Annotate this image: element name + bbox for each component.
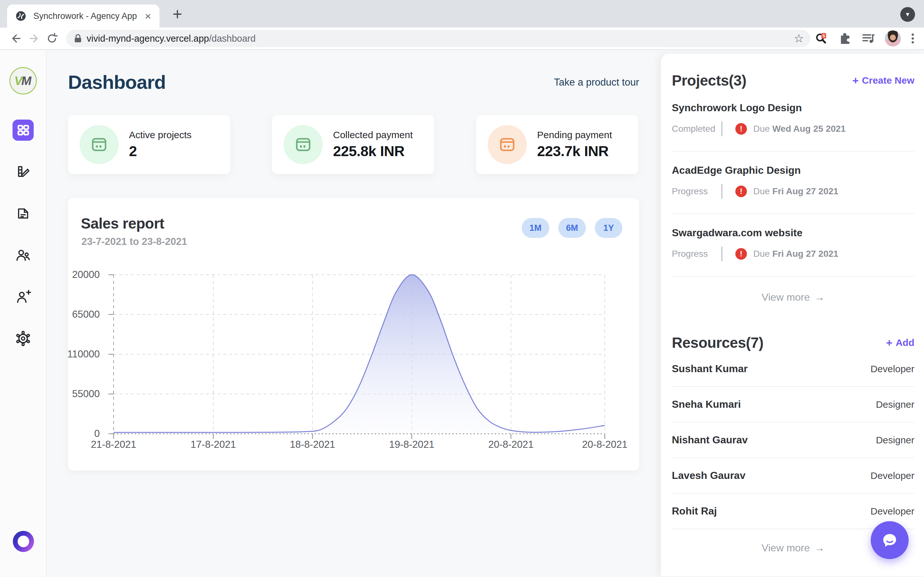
search-extension-icon[interactable]: 5 bbox=[815, 32, 829, 45]
partner-ring-logo bbox=[13, 531, 34, 552]
add-resource-button[interactable]: + Add bbox=[886, 337, 914, 349]
project-name: AcadEdge Graphic Design bbox=[672, 164, 914, 176]
resource-row[interactable]: Rohit Raj Developer bbox=[672, 494, 914, 529]
right-panel: Projects(3) + Create New Synchrowork Log… bbox=[661, 54, 924, 576]
users-icon bbox=[15, 247, 31, 263]
tab-favicon-globe-icon bbox=[15, 11, 26, 21]
lock-icon bbox=[74, 34, 82, 43]
sidebar-item-settings[interactable] bbox=[13, 328, 34, 349]
resource-role: Developer bbox=[871, 364, 914, 374]
chat-launcher-button[interactable] bbox=[871, 521, 909, 559]
browser-tabstrip: Synchrowork - Agency App × + ▼ bbox=[0, 0, 924, 27]
extensions-puzzle-icon[interactable] bbox=[838, 32, 851, 45]
x-tick-label: 17-8-2021 bbox=[191, 439, 236, 450]
browser-menu-dots-icon[interactable] bbox=[911, 32, 915, 45]
browser-toolbar: vivid-mynd-agency.vercel.app/dashboard ☆… bbox=[0, 27, 924, 50]
forward-button[interactable] bbox=[25, 29, 43, 47]
bookmark-star-icon[interactable]: ☆ bbox=[794, 32, 804, 45]
due-alert-icon: ! bbox=[735, 123, 747, 135]
range-filter-button[interactable]: 6M bbox=[558, 218, 586, 238]
extension-row: 5 bbox=[815, 31, 915, 47]
stat-label: Active projects bbox=[129, 129, 192, 140]
create-new-button[interactable]: + Create New bbox=[853, 74, 914, 87]
stat-value: 225.8k INR bbox=[333, 143, 413, 160]
project-meta: Completed ! Due Wed Aug 25 2021 bbox=[672, 121, 914, 136]
project-status: Completed bbox=[672, 124, 717, 134]
project-item[interactable]: Swargadwara.com website Progress ! Due F… bbox=[672, 214, 914, 277]
project-status: Progress bbox=[672, 186, 717, 197]
sidebar-item-dashboard[interactable] bbox=[13, 119, 34, 141]
resource-row[interactable]: Lavesh Gaurav Developer bbox=[672, 458, 914, 494]
resource-role: Designer bbox=[876, 435, 914, 446]
meta-divider bbox=[721, 247, 722, 261]
stat-label: Collected payment bbox=[333, 129, 413, 140]
stat-label: Pending payment bbox=[537, 129, 612, 140]
range-filter-button[interactable]: 1Y bbox=[595, 218, 622, 238]
range-filter-button[interactable]: 1M bbox=[522, 218, 549, 238]
stat-card-icon bbox=[284, 125, 323, 164]
back-button[interactable] bbox=[7, 29, 25, 47]
stat-card-icon bbox=[79, 125, 119, 164]
settings-gear-icon bbox=[15, 331, 31, 346]
browser-profile-avatar[interactable] bbox=[885, 31, 901, 47]
browser-tab[interactable]: Synchrowork - Agency App × bbox=[7, 5, 160, 27]
sidebar-item-documents[interactable] bbox=[13, 203, 34, 224]
reload-button[interactable] bbox=[43, 29, 61, 47]
resource-name: Rohit Raj bbox=[672, 505, 717, 517]
chat-bubble-icon bbox=[880, 530, 899, 550]
sidebar-nav bbox=[13, 119, 34, 349]
stat-card-icon bbox=[488, 125, 527, 164]
design-board-icon bbox=[15, 164, 31, 179]
resource-row[interactable]: Sneha Kumari Designer bbox=[672, 387, 914, 422]
resource-name: Lavesh Gaurav bbox=[672, 470, 745, 482]
url-bar[interactable]: vivid-mynd-agency.vercel.app/dashboard ☆ bbox=[66, 30, 811, 47]
sales-report-title: Sales report bbox=[81, 215, 164, 232]
meta-divider bbox=[721, 184, 722, 199]
stat-card: Pending payment 223.7k INR bbox=[476, 115, 638, 174]
y-tick-label: 20000 bbox=[72, 269, 100, 280]
product-tour-link[interactable]: Take a product tour bbox=[554, 77, 639, 88]
sales-date-range: 23-7-2021 to 23-8-2021 bbox=[81, 236, 187, 247]
sidebar-item-team[interactable] bbox=[13, 245, 34, 266]
y-tick-label: 0 bbox=[94, 428, 100, 440]
stat-value: 223.7k INR bbox=[537, 143, 612, 160]
sidebar-item-add-member[interactable] bbox=[13, 286, 34, 308]
resource-row[interactable]: Sushant Kumar Developer bbox=[672, 351, 914, 387]
resource-role: Designer bbox=[876, 399, 914, 410]
project-item[interactable]: AcadEdge Graphic Design Progress ! Due F… bbox=[672, 152, 914, 214]
svg-text:5: 5 bbox=[822, 33, 825, 38]
tab-search-chevron-icon[interactable]: ▼ bbox=[900, 7, 915, 22]
project-item[interactable]: Synchrowork Logo Design Completed ! Due … bbox=[672, 89, 914, 152]
stats-row: Active projects 2 bbox=[68, 115, 639, 174]
resource-name: Sneha Kumari bbox=[672, 398, 741, 410]
meta-divider bbox=[721, 121, 722, 136]
plus-icon: + bbox=[886, 337, 893, 349]
due-alert-icon: ! bbox=[735, 185, 747, 197]
y-tick-label: 55000 bbox=[72, 388, 100, 400]
url-text: vivid-mynd-agency.vercel.app/dashboard bbox=[87, 33, 256, 44]
dashboard-grid-icon bbox=[16, 123, 31, 137]
sidebar: VM bbox=[0, 50, 47, 576]
new-tab-button[interactable]: + bbox=[166, 4, 189, 24]
sales-report-card: Sales report 23-7-2021 to 23-8-2021 1M 6… bbox=[68, 198, 639, 471]
due-alert-icon: ! bbox=[735, 248, 747, 259]
resources-title: Resources(7) bbox=[672, 334, 763, 351]
sidebar-item-projects[interactable] bbox=[13, 161, 34, 182]
resource-role: Developer bbox=[871, 470, 914, 481]
arrow-right-icon: → bbox=[814, 542, 825, 554]
app-root: VM bbox=[0, 50, 924, 576]
projects-view-more[interactable]: View more→ bbox=[672, 292, 914, 303]
playlist-icon[interactable] bbox=[861, 32, 875, 45]
y-tick-label: 110000 bbox=[67, 348, 100, 360]
project-due-date: Due Wed Aug 25 2021 bbox=[753, 124, 846, 134]
project-meta: Progress ! Due Fri Aug 27 2021 bbox=[672, 184, 914, 199]
stat-card: Collected payment 225.8k INR bbox=[272, 115, 435, 174]
resource-row[interactable]: Nishant Gaurav Designer bbox=[672, 422, 914, 458]
stat-value: 2 bbox=[129, 143, 192, 160]
url-host: vivid-mynd-agency.vercel.app bbox=[87, 33, 209, 44]
x-tick-label: 20-8-2021 bbox=[582, 439, 627, 450]
vm-brand-logo: VM bbox=[9, 67, 37, 95]
x-tick-label: 21-8-2021 bbox=[91, 439, 136, 450]
stat-card: Active projects 2 bbox=[68, 115, 230, 174]
tab-close-icon[interactable]: × bbox=[145, 10, 151, 23]
